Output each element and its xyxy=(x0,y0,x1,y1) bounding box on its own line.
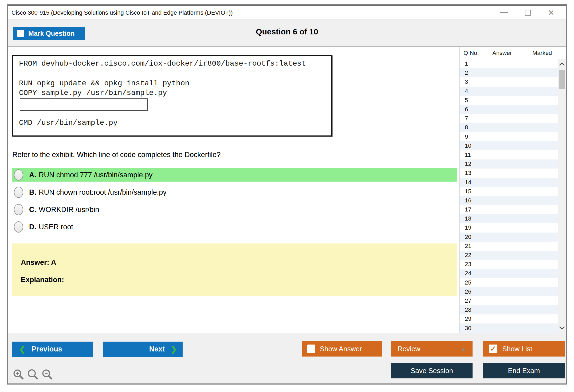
show-answer-label: Show Answer xyxy=(320,345,362,353)
question-list: 1234567891011121314151617181920212223242… xyxy=(460,59,558,333)
qlist-row[interactable]: 15 xyxy=(460,187,558,196)
check-icon: ✓ xyxy=(490,345,496,353)
close-icon[interactable]: ✕ xyxy=(548,9,555,17)
qlist-row[interactable]: 7 xyxy=(460,114,558,123)
qlist-row[interactable]: 11 xyxy=(460,150,558,159)
missing-line-box xyxy=(20,98,148,111)
show-answer-button[interactable]: ✓ Show Answer xyxy=(302,341,382,357)
qlist-number: 10 xyxy=(465,142,471,149)
qlist-number: 30 xyxy=(465,325,471,332)
qlist-number: 24 xyxy=(465,270,471,277)
qlist-row[interactable]: 25 xyxy=(460,278,558,287)
option-radio[interactable] xyxy=(14,204,23,215)
minimize-icon[interactable] xyxy=(500,12,508,13)
qlist-number: 28 xyxy=(465,306,471,313)
qlist-row[interactable]: 19 xyxy=(460,223,558,232)
qlist-number: 15 xyxy=(465,188,471,195)
qlist-row[interactable]: 24 xyxy=(460,269,558,278)
qlist-row[interactable]: 20 xyxy=(460,233,558,242)
qlist-row[interactable]: 1 xyxy=(460,59,558,68)
zoom-out-icon[interactable] xyxy=(41,369,53,381)
qlist-row[interactable]: 26 xyxy=(460,287,558,296)
qlist-row[interactable]: 21 xyxy=(460,242,558,251)
qlist-row[interactable]: 28 xyxy=(460,305,558,314)
col-header-answer: Answer xyxy=(492,50,512,57)
qlist-row[interactable]: 29 xyxy=(460,314,558,323)
title-bar: Cisco 300-915 (Developing Solutions usin… xyxy=(8,5,566,19)
option-letter: D. xyxy=(29,223,36,231)
show-answer-checkbox[interactable]: ✓ xyxy=(307,345,315,353)
qlist-row[interactable]: 8 xyxy=(460,123,558,132)
end-exam-button[interactable]: End Exam xyxy=(483,363,565,378)
qlist-row[interactable]: 13 xyxy=(460,169,558,178)
qlist-row[interactable]: 14 xyxy=(460,178,558,187)
qlist-row[interactable]: 18 xyxy=(460,214,558,223)
qlist-row[interactable]: 9 xyxy=(460,132,558,141)
qlist-row[interactable]: 12 xyxy=(460,159,558,169)
option-radio[interactable] xyxy=(14,169,23,181)
magnifier-icon[interactable] xyxy=(27,369,39,381)
maximize-icon[interactable] xyxy=(525,10,531,16)
qlist-number: 11 xyxy=(465,151,471,158)
qlist-row[interactable]: 4 xyxy=(460,87,558,96)
zoom-in-icon[interactable] xyxy=(12,369,25,381)
qlist-row[interactable]: 10 xyxy=(460,141,558,150)
qlist-row[interactable]: 3 xyxy=(460,77,558,86)
qlist-number: 17 xyxy=(465,206,471,213)
content-area: FROM devhub-docker.cisco.com/iox-docker/… xyxy=(8,47,566,333)
end-exam-label: End Exam xyxy=(508,367,540,375)
qlist-row[interactable]: 17 xyxy=(460,205,558,214)
option-radio[interactable] xyxy=(14,221,23,233)
code-line-run: RUN opkg update && opkg install python xyxy=(19,79,190,87)
scrollbar-thumb[interactable] xyxy=(559,70,565,89)
scroll-down-icon[interactable] xyxy=(558,324,566,332)
code-line-copy: COPY sample.py /usr/bin/sample.py xyxy=(19,89,167,97)
save-session-button[interactable]: Save Session xyxy=(391,363,473,378)
option-letter: C. xyxy=(29,206,36,214)
qlist-number: 8 xyxy=(465,124,468,131)
qlist-number: 12 xyxy=(465,161,471,167)
qlist-number: 6 xyxy=(465,106,468,113)
exhibit-box: FROM devhub-docker.cisco.com/iox-docker/… xyxy=(12,55,332,137)
previous-button[interactable]: ❮ Previous xyxy=(12,342,93,357)
zoom-controls xyxy=(12,369,53,381)
option-row-c[interactable]: C.WORKDIR /usr/bin xyxy=(12,203,457,216)
qlist-row[interactable]: 6 xyxy=(460,105,558,114)
qlist-number: 2 xyxy=(465,69,468,76)
qlist-number: 3 xyxy=(465,78,468,85)
scroll-up-icon[interactable] xyxy=(558,60,566,68)
show-list-button[interactable]: ✓ Show List xyxy=(483,341,565,357)
qlist-number: 29 xyxy=(465,315,471,322)
qlist-number: 14 xyxy=(465,179,471,186)
option-text: USER root xyxy=(39,223,73,231)
option-row-b[interactable]: B.RUN chown root:root /usr/bin/sample.py xyxy=(12,186,457,199)
code-line-cmd: CMD /usr/bin/sample.py xyxy=(19,119,118,127)
qlist-number: 20 xyxy=(465,234,471,241)
show-list-checkbox[interactable]: ✓ xyxy=(489,345,497,353)
next-button[interactable]: Next ❯ xyxy=(103,342,183,357)
qlist-number: 16 xyxy=(465,197,471,204)
code-line-from: FROM devhub-docker.cisco.com/iox-docker/… xyxy=(19,59,306,68)
answer-text: Answer: A xyxy=(21,258,457,267)
next-label: Next xyxy=(149,345,165,353)
qlist-number: 21 xyxy=(465,243,471,250)
window-title: Cisco 300-915 (Developing Solutions usin… xyxy=(8,9,233,16)
review-button[interactable]: Review ▲ xyxy=(391,341,473,357)
qlist-row[interactable]: 2 xyxy=(460,68,558,77)
answer-panel: Answer: A Explanation: xyxy=(12,243,457,296)
option-row-d[interactable]: D.USER root xyxy=(12,220,457,234)
qlist-number: 7 xyxy=(465,115,468,122)
scrollbar[interactable] xyxy=(558,59,566,333)
question-list-header: Q No. Answer Marked xyxy=(460,47,566,59)
qlist-number: 5 xyxy=(465,97,468,104)
qlist-row[interactable]: 27 xyxy=(460,296,558,305)
qlist-number: 18 xyxy=(465,215,471,222)
qlist-row[interactable]: 30 xyxy=(460,323,558,333)
qlist-row[interactable]: 16 xyxy=(460,196,558,205)
option-radio[interactable] xyxy=(14,187,23,198)
qlist-row[interactable]: 22 xyxy=(460,251,558,260)
qlist-number: 13 xyxy=(465,170,471,177)
option-row-a[interactable]: A.RUN chmod 777 /usr/bin/sample.py xyxy=(12,168,457,182)
qlist-row[interactable]: 23 xyxy=(460,260,558,269)
qlist-row[interactable]: 5 xyxy=(460,96,558,105)
